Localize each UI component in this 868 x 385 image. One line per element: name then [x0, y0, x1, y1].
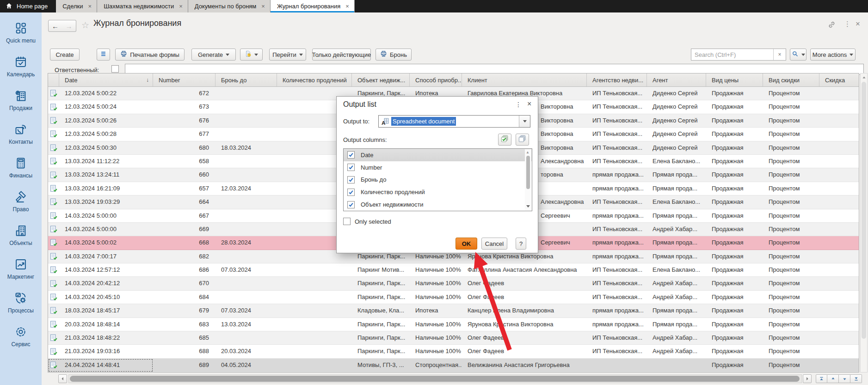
column-header-2[interactable]: Number: [153, 73, 215, 86]
back-button[interactable]: ←: [48, 20, 62, 32]
sidebar-item-календарь[interactable]: Календарь: [0, 55, 42, 78]
close-tab-icon[interactable]: ×: [345, 3, 349, 9]
checkbox-checked-icon[interactable]: [347, 151, 355, 159]
favorite-star-icon[interactable]: ☆: [81, 20, 89, 31]
active-only-button[interactable]: Только действующие: [312, 49, 371, 61]
close-tab-icon[interactable]: ×: [261, 3, 265, 9]
column-option[interactable]: Date: [344, 149, 532, 161]
tab-2[interactable]: Шахматка недвижимости×: [97, 0, 188, 12]
go-last-button[interactable]: [850, 374, 862, 383]
dialog-menu-icon[interactable]: ⋮: [515, 101, 522, 108]
sidebar-item-продажи[interactable]: Продажи: [0, 89, 42, 111]
column-header-12[interactable]: Скидка: [819, 73, 859, 86]
close-tab-icon[interactable]: ×: [88, 3, 92, 9]
go-next-button[interactable]: [839, 374, 850, 383]
search-input[interactable]: [691, 49, 773, 60]
forward-button[interactable]: →: [62, 20, 76, 32]
tab-4[interactable]: Журнал бронирования×: [271, 0, 355, 12]
print-forms-button[interactable]: Печатные формы: [115, 49, 185, 61]
listbox-scroll-thumb[interactable]: [526, 156, 530, 189]
column-option[interactable]: Бронь до: [344, 174, 532, 186]
help-button[interactable]: ?: [516, 238, 526, 250]
cancel-button[interactable]: Cancel: [481, 238, 507, 250]
sidebar-item-финансы[interactable]: Финансы: [0, 157, 42, 179]
table-row[interactable]: 21.03.2024 19:03:1668820.03.2024Паркинги…: [48, 345, 859, 358]
create-button[interactable]: Create: [50, 49, 80, 61]
go-first-button[interactable]: [816, 374, 827, 383]
scroll-up-icon[interactable]: [861, 73, 867, 81]
column-header-9[interactable]: Агент: [647, 73, 706, 86]
column-header-5[interactable]: Объект недвиж...: [352, 73, 410, 86]
tab-bar: Home page Сделки×Шахматка недвижимости×Д…: [0, 0, 868, 12]
goto-button[interactable]: Перейти: [269, 49, 306, 61]
table-row[interactable]: 14.03.2024 20:45:10684Паркинги, Парк...Н…: [48, 291, 859, 304]
close-tab-icon[interactable]: ×: [179, 3, 183, 9]
column-header-4[interactable]: Количество продлений: [277, 73, 352, 86]
tab-home-page[interactable]: Home page: [0, 0, 56, 12]
document-schedule-button[interactable]: [240, 49, 263, 61]
table-row[interactable]: 21.03.2024 18:48:22685Паркинги, Парк...Н…: [48, 331, 859, 345]
tab-3[interactable]: Документы по броням×: [188, 0, 271, 12]
go-previous-button[interactable]: [827, 374, 839, 383]
sidebar-item-quick-menu[interactable]: Quick menu: [0, 22, 42, 44]
cell: 658: [153, 155, 215, 168]
table-row[interactable]: 20.03.2024 18:48:1468313.03.2024Паркинги…: [48, 318, 859, 331]
window-menu-icon[interactable]: ⋮: [844, 20, 851, 27]
column-header-11[interactable]: Вид скидки: [763, 73, 819, 86]
column-header-6[interactable]: Способ приобр...: [410, 73, 462, 86]
bron-print-button[interactable]: Бронь: [376, 49, 412, 61]
scroll-down-icon[interactable]: [526, 201, 530, 209]
responsible-filter-checkbox[interactable]: [111, 65, 119, 73]
column-header-8[interactable]: Агентство недви...: [587, 73, 647, 86]
table-row[interactable]: 24.04.2024 14:48:4168904.05.2024Мотивы, …: [48, 359, 859, 372]
horizontal-scrollbar[interactable]: [68, 374, 802, 383]
clear-search-icon[interactable]: ×: [773, 49, 786, 60]
table-row[interactable]: 14.03.2024 12:57:1268607.03.2024Паркинг …: [48, 263, 859, 277]
cell: ИП Теньковская...: [587, 223, 647, 236]
checkbox-checked-icon[interactable]: [347, 201, 355, 208]
sidebar-item-маркетинг[interactable]: Маркетинг: [0, 258, 42, 280]
cell: [819, 168, 859, 181]
sidebar-item-право[interactable]: Право: [0, 190, 42, 213]
column-option[interactable]: Количество продлений: [344, 186, 532, 198]
scroll-up-icon[interactable]: ▲: [526, 150, 529, 154]
sidebar-item-объекты[interactable]: Объекты: [0, 224, 42, 246]
close-window-icon[interactable]: ×: [856, 20, 860, 28]
checkbox-checked-icon[interactable]: [347, 164, 355, 171]
sidebar-item-контакты[interactable]: Контакты: [0, 123, 42, 145]
column-option[interactable]: Number: [344, 161, 532, 174]
sidebar-item-процессы[interactable]: Процессы: [0, 292, 42, 314]
dialog-close-icon[interactable]: ×: [527, 100, 531, 108]
horizontal-scroll-thumb[interactable]: [70, 376, 800, 382]
scroll-right-button[interactable]: [803, 374, 812, 383]
link-icon[interactable]: [828, 21, 836, 30]
vertical-scroll-thumb[interactable]: [862, 82, 866, 339]
output-to-combobox[interactable]: A Spreadsheet document: [378, 115, 530, 128]
table-row[interactable]: 14.03.2024 20:42:12670Паркинги, Парк...Н…: [48, 277, 859, 290]
more-actions-button[interactable]: More actions: [810, 49, 856, 61]
vertical-scrollbar[interactable]: [860, 73, 868, 373]
check-all-button[interactable]: [498, 134, 511, 146]
cell: 673: [153, 100, 215, 113]
ok-button[interactable]: OK: [456, 238, 477, 250]
sidebar-item-сервис[interactable]: Сервис: [0, 325, 42, 348]
combobox-dropdown-button[interactable]: [519, 116, 530, 127]
only-selected-checkbox[interactable]: [343, 218, 351, 225]
column-option[interactable]: Объект недвижимости: [344, 198, 532, 211]
list-settings-button[interactable]: [97, 49, 110, 61]
table-row[interactable]: 18.03.2024 18:45:1767907.03.2024Кладовые…: [48, 304, 859, 318]
checkbox-checked-icon[interactable]: [347, 176, 355, 183]
column-header-7[interactable]: Клиент: [462, 73, 587, 86]
output-columns-label: Output columns:: [343, 136, 387, 143]
cell: 18.03.2024: [215, 141, 277, 154]
column-header-3[interactable]: Бронь до: [215, 73, 277, 86]
uncheck-all-button[interactable]: [516, 134, 529, 146]
checkbox-checked-icon[interactable]: [347, 189, 355, 196]
tab-1[interactable]: Сделки×: [56, 0, 97, 12]
generate-button[interactable]: Generate: [191, 49, 236, 61]
column-header-10[interactable]: Вид цены: [706, 73, 763, 86]
scroll-left-button[interactable]: [58, 374, 67, 383]
responsible-filter-label: Ответственный:: [55, 67, 99, 73]
column-header-1[interactable]: Date↓: [59, 73, 153, 86]
search-button[interactable]: [790, 49, 806, 61]
